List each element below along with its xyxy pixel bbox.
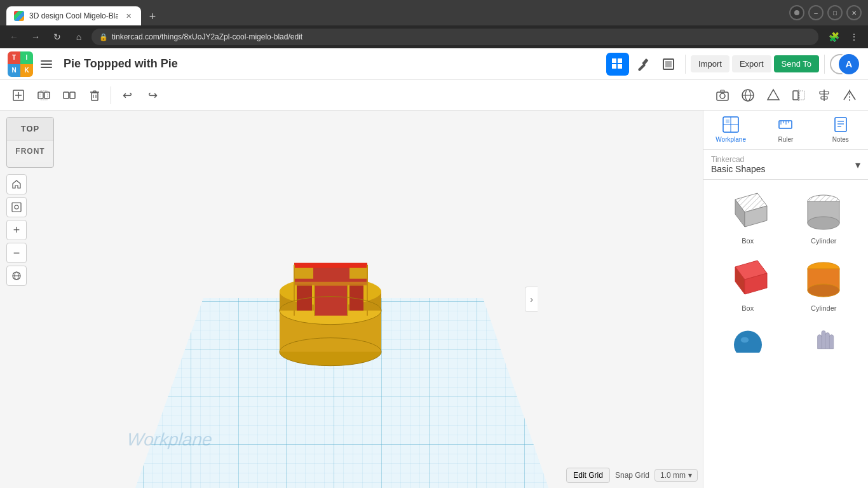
grid-view-button[interactable] (606, 53, 629, 76)
address-bar: ← → ↻ ⌂ 🔒 tinkercad.com/things/8xUoJY2aZ… (0, 25, 868, 48)
ortho-icon (11, 271, 22, 281)
svg-rect-56 (294, 263, 367, 268)
ortho-button[interactable] (6, 266, 27, 286)
new-shape-icon (12, 89, 25, 102)
svg-point-36 (15, 205, 18, 209)
svg-point-91 (740, 337, 749, 342)
back-button[interactable]: ← (5, 28, 23, 46)
svg-rect-11 (38, 92, 43, 98)
import-button[interactable]: Import (691, 55, 729, 72)
box-button[interactable] (657, 53, 680, 76)
box-red-label: Box (742, 304, 754, 312)
sphere-icon (722, 325, 773, 353)
snap-grid-label: Snap Grid (615, 471, 649, 480)
shape-item-special[interactable] (787, 320, 861, 358)
maximize-button[interactable]: □ (827, 5, 843, 20)
close-button[interactable]: ✕ (846, 5, 862, 20)
perspective-button[interactable] (736, 83, 760, 107)
svg-rect-66 (726, 119, 729, 123)
notes-tab-label: Notes (832, 136, 849, 143)
snap-grid-select[interactable]: 1.0 mm ▾ (654, 469, 698, 482)
svg-rect-29 (799, 91, 804, 100)
fit-view-button[interactable] (6, 197, 27, 217)
active-tab[interactable]: 3D design Cool Migelo-Blad | Tin ✕ (6, 6, 141, 25)
shape-item-cylinder-gray[interactable]: Cylinder (787, 185, 861, 250)
shape-item-box-gray[interactable]: Box (711, 185, 785, 250)
shape-item-cylinder-orange[interactable]: Cylinder (787, 252, 861, 317)
svg-rect-16 (92, 93, 98, 100)
undo-button[interactable]: ↩ (115, 83, 139, 107)
view-cube[interactable]: TOP FRONT (6, 117, 54, 168)
zoom-out-button[interactable]: − (6, 243, 27, 263)
svg-rect-7 (665, 61, 672, 67)
svg-rect-5 (638, 63, 646, 71)
forward-button[interactable]: → (27, 28, 44, 46)
shape-item-box-red[interactable]: Box (711, 252, 785, 317)
ungroup-button[interactable] (57, 83, 81, 107)
align-button[interactable] (812, 83, 836, 107)
symmetry-button[interactable] (837, 83, 862, 107)
3d-model-svg (251, 228, 410, 374)
fit-icon (11, 202, 22, 212)
tab-close-button[interactable]: ✕ (123, 11, 133, 21)
delete-icon (88, 89, 101, 102)
box-gray-label: Box (742, 237, 754, 245)
edit-grid-button[interactable]: Edit Grid (566, 468, 610, 483)
home-button[interactable]: ⌂ (70, 28, 88, 46)
export-button[interactable]: Export (732, 55, 771, 72)
cylinder-orange-icon (798, 257, 849, 302)
shape-item-sphere[interactable] (711, 320, 785, 358)
new-tab-button[interactable]: + (144, 8, 161, 25)
undo-icon: ↩ (123, 88, 132, 102)
refresh-button[interactable]: ↻ (48, 28, 66, 46)
svg-rect-4 (642, 58, 648, 65)
category-dropdown[interactable]: Tinkercad Basic Shapes ▾ (703, 150, 868, 180)
tab-title: 3D design Cool Migelo-Blad | Tin (29, 11, 118, 20)
tab-favicon (14, 11, 24, 21)
view-cube-container[interactable]: TOP FRONT (6, 117, 54, 168)
shape-tool-button[interactable] (761, 83, 785, 107)
category-value: Basic Shapes (711, 164, 766, 174)
send-to-button[interactable]: Send To (774, 55, 819, 72)
workplane-tab[interactable]: Workplane (703, 111, 758, 149)
cylinder-gray-label: Cylinder (811, 237, 836, 245)
notes-tab[interactable]: Notes (813, 111, 868, 149)
ruler-tab[interactable]: Ruler (758, 111, 813, 149)
build-button[interactable] (632, 53, 654, 76)
svg-rect-18 (93, 91, 96, 92)
tinkercad-app: T I N K Pie Toppped with Pie (0, 48, 868, 488)
perspective-icon (741, 88, 755, 102)
cylinder-orange-label: Cylinder (811, 304, 836, 312)
project-name[interactable]: Pie Toppped with Pie (64, 57, 178, 71)
shapes-grid: Box Cylinder (703, 180, 868, 363)
zoom-in-button[interactable]: + (6, 220, 27, 240)
group-button[interactable] (32, 83, 56, 107)
app-header: T I N K Pie Toppped with Pie (0, 48, 868, 80)
more-button[interactable]: ⋮ (845, 28, 863, 46)
svg-rect-3 (618, 64, 622, 69)
camera-button[interactable] (710, 83, 735, 107)
delete-button[interactable] (83, 83, 107, 107)
svg-rect-51 (294, 268, 313, 279)
panel-toggle-button[interactable]: › (525, 287, 538, 312)
snap-value: 1.0 mm (660, 471, 686, 480)
home-view-button[interactable] (6, 174, 27, 194)
tinkercad-logo[interactable]: T I N K (8, 51, 33, 77)
new-shape-button[interactable] (6, 83, 31, 107)
category-info: Tinkercad Basic Shapes (711, 155, 766, 174)
svg-point-89 (808, 284, 839, 297)
ruler-icon (776, 116, 794, 133)
url-bar[interactable]: 🔒 tinkercad.com/things/8xUoJY2aZpl-cool-… (92, 29, 818, 45)
menu-icon[interactable] (41, 57, 56, 72)
redo-button[interactable]: ↪ (140, 83, 165, 107)
hammer-icon (636, 57, 650, 71)
workplane-tab-label: Workplane (715, 136, 746, 143)
profile-avatar[interactable]: A (837, 53, 860, 76)
extensions-button[interactable]: 🧩 (825, 28, 843, 46)
mirror-button[interactable] (787, 83, 811, 107)
minimize-button[interactable]: – (808, 5, 824, 20)
dropdown-arrow-icon: ▾ (855, 159, 860, 171)
svg-rect-52 (349, 268, 367, 279)
chrome-settings-icon[interactable] (789, 5, 804, 20)
viewport[interactable]: TOP FRONT + (0, 111, 703, 488)
